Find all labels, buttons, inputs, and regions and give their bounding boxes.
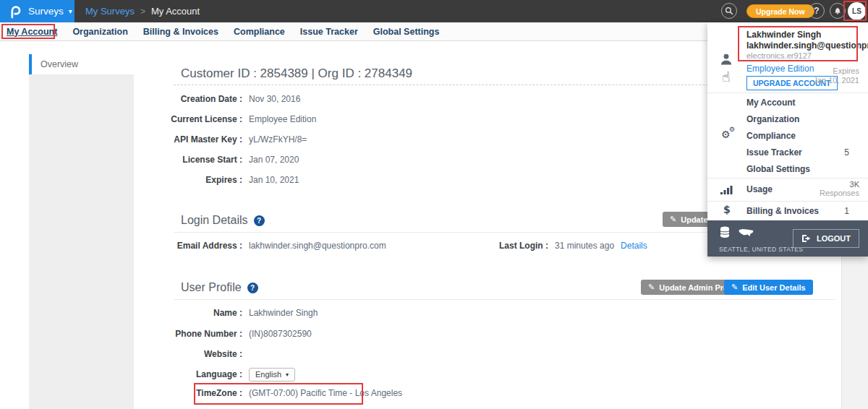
field-value: Jan 10, 2021 <box>249 175 299 185</box>
account-field-row: API Master Key : yL/WzFkYH/8= <box>134 134 307 145</box>
logout-icon <box>801 234 812 243</box>
field-label: Language : <box>134 369 242 379</box>
server-location-label: SEATTLE, UNITED STATES <box>719 246 803 253</box>
breadcrumb-separator-icon: > <box>140 7 145 17</box>
sidebar-panel <box>29 74 134 409</box>
chevron-down-icon: ▾ <box>69 7 72 15</box>
sidebar-item-overview[interactable]: Overview <box>29 54 134 74</box>
help-button[interactable]: ? <box>809 3 825 19</box>
account-field-row: License Start : Jan 07, 2020 <box>134 155 299 165</box>
dropdown-user-name: Lakhwinder Singh <box>746 30 821 40</box>
nav-tab-compliance[interactable]: Compliance <box>234 27 285 37</box>
mouse-hand-cursor-icon: ☝ <box>722 69 731 85</box>
page-title: Customer ID : 2854389 | Org ID : 2784349 <box>181 66 412 81</box>
language-value: English <box>255 370 281 379</box>
dollar-icon: $ <box>723 204 731 215</box>
edition-link[interactable]: Employee Edition <box>746 64 814 74</box>
expires-date: Jan 10, 2021 <box>813 76 859 85</box>
field-label: API Master Key : <box>134 134 242 145</box>
edit-user-details-button[interactable]: ✎ Edit User Details <box>724 280 813 295</box>
expires-label: Expires <box>813 66 859 76</box>
breadcrumb-parent[interactable]: My Surveys <box>85 6 135 17</box>
question-circle-icon[interactable]: ? <box>254 215 265 226</box>
profile-field-row: Name : Lakhwinder Singh <box>134 308 318 318</box>
field-label: Email Address : <box>134 241 242 251</box>
dropdown-item-my-account[interactable]: My Account <box>707 95 868 111</box>
account-field-row: Current License : Employee Edition <box>134 114 316 124</box>
menu-label: Global Settings <box>746 164 810 174</box>
notifications-button[interactable] <box>830 3 846 19</box>
last-login-details-link[interactable]: Details <box>621 241 647 251</box>
dropdown-item-usage[interactable]: Usage 3K Responses <box>707 178 868 201</box>
usage-label: Usage <box>746 184 773 194</box>
usage-unit: Responses <box>820 189 859 197</box>
dropdown-item-issue-tracker[interactable]: Issue Tracker 5 <box>707 145 868 161</box>
field-value: lakhwinder.singh@questionpro.com <box>249 241 386 251</box>
timezone-row: TimeZone : (GMT-07:00) Pacific Time - Lo… <box>134 388 402 398</box>
field-value: Employee Edition <box>249 114 316 124</box>
help-icon: ? <box>814 6 819 16</box>
account-field-row: Creation Date : Nov 30, 2016 <box>134 94 300 104</box>
field-label: Expires : <box>134 175 242 185</box>
field-label: License Start : <box>134 155 242 165</box>
login-details-heading: Login Details ? <box>181 214 265 227</box>
button-label: Edit User Details <box>742 283 805 292</box>
dropdown-item-global-settings[interactable]: Global Settings <box>707 161 868 178</box>
search-icon <box>725 7 733 15</box>
menu-label: Organization <box>746 114 799 124</box>
bar-chart-icon <box>720 184 733 194</box>
language-select[interactable]: English ▾ <box>249 368 295 382</box>
menu-label: Issue Tracker <box>746 147 802 158</box>
bell-icon <box>833 7 842 15</box>
field-label: Phone Number : <box>134 329 242 339</box>
field-value: 31 minutes ago <box>555 241 614 251</box>
nav-tab-global-settings[interactable]: Global Settings <box>373 27 440 37</box>
dropdown-user-email: lakhwinder.singh@questionpro.com <box>746 40 868 51</box>
questionpro-logo-icon <box>9 4 22 20</box>
dropdown-item-compliance[interactable]: ⚙ ⚙ Compliance <box>707 128 868 145</box>
nav-tab-issue-tracker[interactable]: Issue Tracker <box>300 27 358 37</box>
field-label: TimeZone : <box>134 388 242 398</box>
field-value: Nov 30, 2016 <box>249 94 300 104</box>
profile-field-row: Phone Number : (IN)8087302590 <box>134 329 312 339</box>
breadcrumb-current: My Account <box>151 6 200 17</box>
question-circle-icon[interactable]: ? <box>247 283 258 293</box>
billing-count-badge: 1 <box>844 206 849 216</box>
dropdown-item-billing[interactable]: $ Billing & Invoices 1 <box>707 201 868 220</box>
dropdown-username: electronics.er9127 <box>746 51 812 60</box>
field-value: (IN)8087302590 <box>249 329 312 339</box>
logout-button[interactable]: LOGOUT <box>793 229 859 248</box>
field-label: Creation Date : <box>134 94 242 104</box>
gears-icon: ⚙ <box>729 126 735 133</box>
account-field-row: Expires : Jan 10, 2021 <box>134 175 299 185</box>
user-avatar[interactable]: LS <box>848 2 866 20</box>
email-row: Email Address : lakhwinder.singh@questio… <box>134 241 386 251</box>
chevron-down-icon: ▾ <box>286 371 289 378</box>
nav-tab-organization[interactable]: Organization <box>72 27 127 37</box>
nav-tab-billing-invoices[interactable]: Billing & Invoices <box>143 27 218 37</box>
last-login-row: Last Login : 31 minutes ago Details <box>499 241 647 251</box>
upgrade-now-button[interactable]: Upgrade Now <box>746 4 814 18</box>
search-button[interactable] <box>721 3 737 19</box>
section-title: User Profile <box>181 281 242 294</box>
menu-label: Compliance <box>746 131 796 141</box>
product-switcher[interactable]: Surveys ▾ <box>0 0 75 22</box>
database-icon <box>719 226 731 238</box>
menu-label: My Account <box>746 98 796 108</box>
product-name: Surveys <box>28 6 64 17</box>
dropdown-footer: SEATTLE, UNITED STATES LOGOUT <box>707 220 868 257</box>
issue-count-badge: 5 <box>844 147 849 158</box>
nav-tab-my-account[interactable]: My Account <box>7 27 57 37</box>
language-row: Language : English ▾ <box>134 367 295 382</box>
edit-icon: ✎ <box>670 215 676 224</box>
user-dropdown-panel: Lakhwinder Singh lakhwinder.singh@questi… <box>707 22 868 257</box>
field-value: Lakhwinder Singh <box>249 308 318 318</box>
field-label: Name : <box>134 308 242 318</box>
profile-field-row: Website : <box>134 349 249 359</box>
section-title: Login Details <box>181 214 248 227</box>
usa-map-icon <box>738 228 754 238</box>
field-label: Current License : <box>134 114 242 124</box>
dropdown-divider <box>707 92 868 93</box>
field-value: (GMT-07:00) Pacific Time - Los Angeles <box>249 388 402 398</box>
billing-label: Billing & Invoices <box>746 206 819 216</box>
